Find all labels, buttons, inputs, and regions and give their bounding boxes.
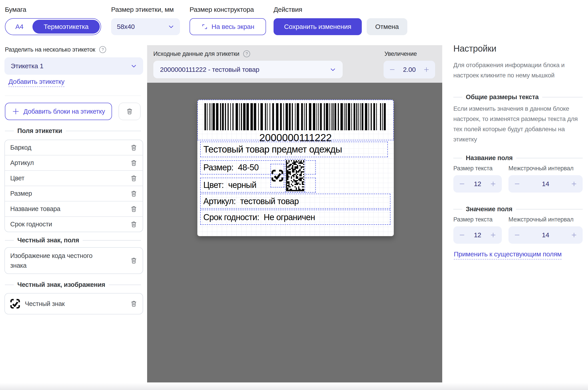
label-preview[interactable]: 2000000111222 Тестовый товар предмет оде… <box>197 99 394 236</box>
label-size-value: 58x40 <box>117 23 135 30</box>
name-spacing-label: Межстрочный интервал <box>508 165 574 172</box>
trash-icon[interactable] <box>130 190 137 197</box>
zoom-value: 2.00 <box>403 66 416 73</box>
trash-icon[interactable] <box>130 205 137 213</box>
sidebar-divider <box>5 96 141 96</box>
decrease-button[interactable] <box>459 181 465 187</box>
zoom-stepper: 2.00 <box>383 61 435 79</box>
add-blocks-button[interactable]: Добавить блоки на этикетку <box>5 103 112 120</box>
fields-list: Баркод Артикул Цвет Размер Название това… <box>4 140 143 232</box>
value-size-label: Размер текста <box>453 216 493 223</box>
shelf-life-block[interactable]: Срок годности:Не ограничен <box>200 210 390 225</box>
constructor-size-label: Размер конструктора <box>190 6 254 13</box>
name-spacing-stepper: 14 <box>508 175 583 193</box>
settings-title: Настройки <box>453 44 496 53</box>
plus-icon <box>12 108 20 115</box>
source-data-row: Исходные данные для этикетки ? <box>153 50 251 58</box>
barcode-image <box>205 103 387 130</box>
chevron-down-icon <box>131 63 137 69</box>
cancel-button[interactable]: Отмена <box>367 18 407 35</box>
svg-text:?: ? <box>102 47 104 52</box>
source-data-value: 2000000111222 - тестовый товар <box>160 66 259 73</box>
chevron-down-icon <box>330 66 336 73</box>
increase-button[interactable] <box>571 181 577 187</box>
chz-images-section-header: Честный знак, изображения <box>5 281 141 288</box>
help-icon[interactable]: ? <box>99 46 106 53</box>
value-spacing-label: Межстрочный интервал <box>508 216 574 223</box>
paper-option-thermo[interactable]: Термоэтикетка <box>33 20 100 34</box>
name-field-section-header: Название поля <box>453 154 583 162</box>
chz-fields-section-header: Честный знак, поля <box>5 237 141 244</box>
value-field-section-header: Значение поля <box>453 205 583 213</box>
fields-section-header: Поля этикетки <box>5 127 141 135</box>
chz-image-item[interactable]: Честный знак <box>4 293 143 314</box>
source-data-select[interactable]: 2000000111222 - тестовый товар <box>153 61 343 78</box>
datamatrix-block[interactable] <box>285 159 305 192</box>
delete-label-button[interactable] <box>119 103 140 120</box>
trash-icon[interactable] <box>130 221 137 228</box>
articul-block[interactable]: Артикул:тестовый товар <box>200 194 390 209</box>
zoom-increase-button[interactable] <box>423 66 430 73</box>
barcode-block[interactable]: 2000000111222 <box>197 99 394 140</box>
svg-text:?: ? <box>246 51 248 56</box>
split-labels-label: Разделить на несколько этикеток <box>5 46 95 53</box>
value-spacing-stepper: 14 <box>508 226 583 244</box>
value-size-value: 12 <box>474 231 481 239</box>
name-size-value: 12 <box>474 180 481 188</box>
help-icon[interactable]: ? <box>243 50 251 58</box>
decrease-button[interactable] <box>459 232 465 238</box>
label-size-select[interactable]: 58x40 <box>111 18 180 35</box>
chevron-down-icon <box>168 24 174 30</box>
zoom-decrease-button[interactable] <box>389 66 396 73</box>
trash-icon[interactable] <box>130 144 137 151</box>
value-spacing-value: 14 <box>542 231 549 239</box>
trash-icon[interactable] <box>130 159 137 167</box>
trash-icon <box>126 108 133 115</box>
trash-icon[interactable] <box>130 175 137 182</box>
datamatrix-image <box>286 160 304 191</box>
settings-hint: Для отображения информации блока и настр… <box>453 60 569 81</box>
chz-field-item[interactable]: Изображение кода честного знака <box>4 247 143 274</box>
name-size-label: Размер текста <box>453 165 493 172</box>
increase-button[interactable] <box>490 181 497 187</box>
field-row-barcode[interactable]: Баркод <box>5 140 143 155</box>
name-spacing-value: 14 <box>542 180 549 188</box>
product-name-block[interactable]: Тестовый товар предмет одежды <box>200 142 388 157</box>
field-row-size[interactable]: Размер <box>5 186 143 201</box>
field-row-shelf-life[interactable]: Срок годности <box>5 217 143 232</box>
bottom-shadow-strip <box>0 383 588 390</box>
source-data-label: Исходные данные для этикетки <box>153 50 239 57</box>
increase-button[interactable] <box>571 232 577 238</box>
increase-button[interactable] <box>490 232 497 238</box>
paper-toggle: A4 Термоэтикетка <box>5 18 101 35</box>
add-blocks-button-label: Добавить блоки на этикетку <box>24 108 105 115</box>
decrease-button[interactable] <box>514 181 520 187</box>
trash-icon[interactable] <box>130 257 137 264</box>
paper-label: Бумага <box>5 6 26 13</box>
value-size-stepper: 12 <box>453 226 502 244</box>
paper-option-a4[interactable]: A4 <box>6 23 33 30</box>
label-size-label: Размер этикетки, мм <box>111 6 174 13</box>
trash-icon[interactable] <box>130 300 137 307</box>
chestny-znak-mark-block[interactable] <box>270 164 284 188</box>
label-constructor-app: Бумага A4 Термоэтикетка Размер этикетки,… <box>0 0 588 390</box>
field-row-color[interactable]: Цвет <box>5 171 143 186</box>
fullscreen-button[interactable]: На весь экран <box>190 18 266 35</box>
chestny-znak-icon <box>10 299 20 309</box>
decrease-button[interactable] <box>514 232 520 238</box>
name-size-stepper: 12 <box>453 175 502 193</box>
save-button[interactable]: Сохранить изменения <box>274 18 362 35</box>
common-text-size-section-header: Общие размеры текста <box>453 93 583 101</box>
split-labels-row: Разделить на несколько этикеток ? <box>5 46 106 53</box>
common-text-size-hint: Если изменить значения в данном блоке на… <box>453 104 579 145</box>
zoom-label: Увеличение <box>384 50 417 57</box>
add-label-link[interactable]: Добавить этикетку <box>8 78 64 87</box>
field-row-articul[interactable]: Артикул <box>5 155 143 171</box>
fullscreen-icon <box>201 23 208 30</box>
chestny-znak-icon <box>271 170 283 182</box>
actions-label: Действия <box>274 6 302 13</box>
label-select[interactable]: Этикетка 1 <box>4 57 143 75</box>
field-row-product-name[interactable]: Название товара <box>5 201 143 217</box>
canvas-header: Исходные данные для этикетки ? 200000011… <box>147 45 442 83</box>
apply-to-existing-link[interactable]: Применить к существующим полям <box>454 250 562 259</box>
